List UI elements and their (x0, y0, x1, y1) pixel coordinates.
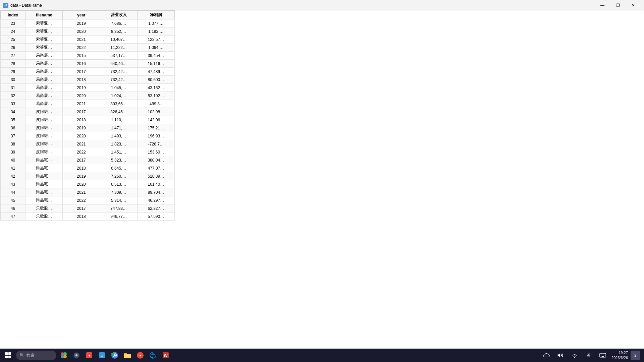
table-row[interactable]: 36 皮阿诺… 2019 1,471,… 175,21… (1, 124, 175, 132)
table-row[interactable]: 41 尚品宅… 2018 6,645,… 477,07… (1, 164, 175, 172)
cell-index: 46 (1, 204, 25, 213)
cell-profit: 477,07… (137, 164, 174, 172)
taskbar-icon-app2[interactable]: ◇ (96, 349, 108, 361)
table-wrapper[interactable]: Index filename year 营业收入 净利润 23 索菲亚… 201… (0, 10, 644, 350)
taskbar-icon-files[interactable] (121, 349, 133, 361)
cell-revenue: 5,323,… (100, 156, 137, 164)
windows-logo-icon (5, 352, 11, 358)
cell-filename: 尚品宅… (25, 172, 63, 180)
table-row[interactable]: 43 尚品宅… 2020 6,513,… 101,40… (1, 180, 175, 188)
cell-year: 2022 (63, 44, 100, 52)
cell-profit: 62,827… (137, 204, 174, 213)
table-row[interactable]: 45 尚品宅… 2022 5,314,… 46,297… (1, 196, 175, 204)
table-row[interactable]: 40 尚品宅… 2017 5,323,… 380,04… (1, 156, 175, 164)
taskbar-icon-cloud[interactable] (540, 349, 552, 361)
cell-filename: 皮阿诺… (25, 148, 63, 156)
cell-year: 2020 (63, 27, 100, 36)
cell-index: 47 (1, 213, 25, 221)
cell-index: 42 (1, 172, 25, 180)
table-row[interactable]: 25 索菲亚… 2021 10,407… 122,57… (1, 36, 175, 44)
start-button[interactable] (1, 349, 15, 361)
table-row[interactable]: 27 易尚展… 2015 537,17… 39,454… (1, 52, 175, 60)
close-button[interactable]: ✕ (626, 0, 641, 10)
cell-index: 38 (1, 140, 25, 148)
cell-revenue: 1,024,… (100, 92, 137, 100)
taskbar-icon-volume[interactable] (554, 349, 567, 361)
minimize-button[interactable]: — (595, 0, 610, 10)
cell-revenue: 11,222… (100, 44, 137, 52)
cell-index: 26 (1, 44, 25, 52)
cell-index: 23 (1, 19, 25, 27)
taskbar-lang-indicator[interactable]: 英 (583, 349, 595, 361)
table-row[interactable]: 28 易尚展… 2016 640,46… 15,116… (1, 60, 175, 68)
search-magnifier-icon: 🔍 (19, 353, 24, 358)
col-header-index[interactable]: Index (1, 11, 25, 19)
table-row[interactable]: 23 索菲亚… 2019 7,686,… 1,077,… (1, 19, 175, 27)
cell-index: 28 (1, 60, 25, 68)
table-row[interactable]: 29 易尚展… 2017 732,42… 47,489… (1, 68, 175, 76)
cell-index: 35 (1, 116, 25, 124)
cell-index: 32 (1, 92, 25, 100)
maximize-button[interactable]: ❐ (610, 0, 626, 10)
taskbar-icon-app3[interactable]: ● (134, 349, 146, 361)
cell-index: 34 (1, 108, 25, 116)
table-row[interactable]: 26 索菲亚… 2022 11,222… 1,064,… (1, 44, 175, 52)
cell-filename: 易尚展… (25, 100, 63, 108)
cell-year: 2017 (63, 156, 100, 164)
col-header-filename[interactable]: filename (25, 11, 63, 19)
taskbar-icon-keyboard[interactable] (597, 349, 609, 361)
table-row[interactable]: 44 尚品宅… 2021 7,309,… 89,704… (1, 188, 175, 196)
cell-profit: 46,297… (137, 196, 174, 204)
taskbar-icon-colorful[interactable] (58, 349, 70, 361)
cell-revenue: 946,77… (100, 213, 137, 221)
cell-filename: 易尚展… (25, 76, 63, 84)
table-row[interactable]: 33 易尚展… 2021 803,66… -499,3… (1, 100, 175, 108)
taskbar-icon-app1[interactable]: ♦ (83, 349, 95, 361)
taskbar-clock[interactable]: 19:27 2023/6/26 (611, 350, 628, 361)
cell-revenue: 8,352,… (100, 27, 137, 36)
taskbar-icon-edge[interactable] (147, 349, 159, 361)
cell-filename: 索菲亚… (25, 44, 63, 52)
table-row[interactable]: 34 皮阿诺… 2017 826,46… 102,98… (1, 108, 175, 116)
taskbar-icon-wps[interactable]: W (160, 349, 172, 361)
cell-profit: 1,192,… (137, 27, 174, 36)
cell-year: 2020 (63, 132, 100, 140)
taskbar-icon-wifi[interactable] (569, 349, 581, 361)
table-row[interactable]: 30 易尚展… 2018 732,42… 80,600… (1, 76, 175, 84)
col-header-year[interactable]: year (63, 11, 100, 19)
cell-profit: 142,06… (137, 116, 174, 124)
cell-filename: 索菲亚… (25, 36, 63, 44)
col-header-revenue[interactable]: 营业收入 (100, 11, 137, 19)
cell-revenue: 826,46… (100, 108, 137, 116)
cell-index: 43 (1, 180, 25, 188)
table-row[interactable]: 47 乐歌股… 2018 946,77… 57,590… (1, 213, 175, 221)
table-row[interactable]: 35 皮阿诺… 2018 1,110,… 142,06… (1, 116, 175, 124)
table-row[interactable]: 38 皮阿诺… 2021 1,823,… -728,7… (1, 140, 175, 148)
notification-badge[interactable]: 2 (631, 351, 640, 360)
cell-index: 40 (1, 156, 25, 164)
cell-year: 2022 (63, 196, 100, 204)
table-row[interactable]: 42 尚品宅… 2019 7,260,… 528,39… (1, 172, 175, 180)
table-row[interactable]: 31 易尚展… 2019 1,045,… 43,162… (1, 84, 175, 92)
taskbar-icon-steam[interactable] (70, 349, 83, 361)
cell-revenue: 537,17… (100, 52, 137, 60)
cell-filename: 索菲亚… (25, 19, 63, 27)
cell-revenue: 7,260,… (100, 172, 137, 180)
table-row[interactable]: 39 皮阿诺… 2022 1,451,… 153,60… (1, 148, 175, 156)
cell-profit: 101,40… (137, 180, 174, 188)
taskbar-search[interactable]: 🔍 搜索 (16, 351, 56, 360)
col-header-profit[interactable]: 净利润 (137, 11, 174, 19)
table-row[interactable]: 32 易尚展… 2020 1,024,… 53,102… (1, 92, 175, 100)
cell-index: 41 (1, 164, 25, 172)
taskbar-icon-chrome[interactable] (109, 349, 121, 361)
taskbar-right: 英 19:27 2023/6/26 2 (540, 349, 643, 361)
table-row[interactable]: 37 皮阿诺… 2020 1,493,… 196,93… (1, 132, 175, 140)
cell-year: 2021 (63, 188, 100, 196)
table-container: Index filename year 营业收入 净利润 23 索菲亚… 201… (0, 10, 644, 350)
table-row[interactable]: 24 索菲亚… 2020 8,352,… 1,192,… (1, 27, 175, 36)
cell-index: 25 (1, 36, 25, 44)
table-row[interactable]: 46 乐歌股… 2017 747,83… 62,827… (1, 204, 175, 213)
cell-index: 31 (1, 84, 25, 92)
svg-point-19 (574, 357, 575, 358)
cell-profit: 528,39… (137, 172, 174, 180)
